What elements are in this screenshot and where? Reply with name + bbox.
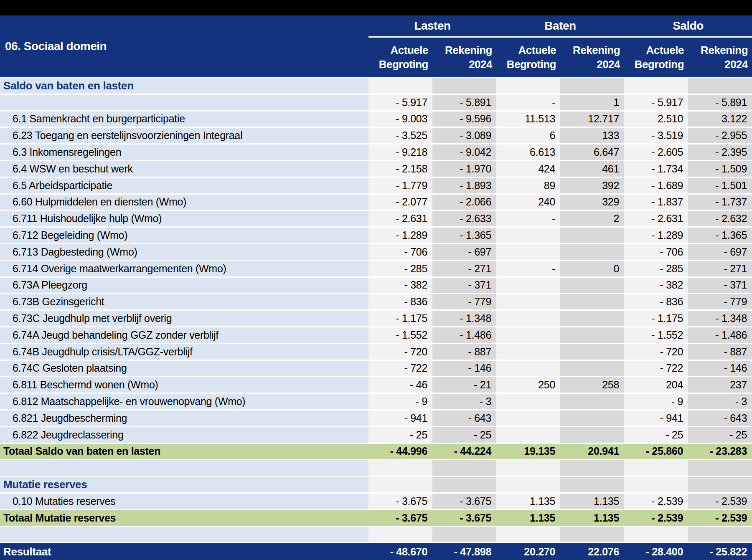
cell-baten-actuele-begroting	[496, 278, 560, 294]
cell-baten-actuele-begroting: 89	[496, 178, 560, 195]
cell-baten-actuele-begroting: 424	[496, 161, 560, 178]
cell-saldo-rekening-2024: - 2.632	[688, 211, 752, 228]
subheader-line1: Actuele	[368, 43, 428, 57]
column-group-row: 06. Sociaal domein Lasten Baten Saldo	[0, 15, 752, 38]
data-row: 6.74C Gesloten plaatsing- 722- 146- 722-…	[0, 361, 752, 378]
cell-lasten-actuele-begroting: - 722	[368, 361, 432, 378]
cell-baten-actuele-begroting	[496, 394, 560, 410]
cell-baten-rekening-2024: 6.647	[560, 144, 624, 161]
cell-saldo-rekening-2024	[688, 78, 752, 95]
cell-baten-actuele-begroting	[496, 327, 560, 344]
subheader-line1: Rekening	[560, 43, 620, 57]
cell-lasten-actuele-begroting: - 3.675	[368, 510, 432, 527]
budget-table: 06. Sociaal domein Lasten Baten Saldo Ac…	[0, 15, 752, 560]
cell-saldo-actuele-begroting: - 25	[624, 427, 688, 444]
cell-baten-rekening-2024: 329	[560, 195, 624, 211]
cell-baten-actuele-begroting: 20.270	[496, 543, 560, 560]
row-label: 6.714 Overige maatwerkarrangementen (Wmo…	[0, 261, 368, 278]
cell-saldo-rekening-2024: - 2.539	[688, 510, 752, 527]
cell-lasten-rekening-2024: - 1.970	[432, 161, 496, 178]
cell-lasten-actuele-begroting: - 3.525	[368, 128, 432, 144]
cell-baten-rekening-2024: 461	[560, 161, 624, 178]
row-label	[0, 460, 368, 477]
cell-baten-actuele-begroting: 11.513	[496, 111, 560, 128]
cell-baten-actuele-begroting	[496, 244, 560, 261]
data-row: 6.73C Jeugdhulp met verblijf overig- 1.1…	[0, 311, 752, 327]
cell-baten-actuele-begroting: 6.613	[496, 144, 560, 161]
cell-lasten-actuele-begroting: - 836	[368, 294, 432, 311]
subheader-line1: Rekening	[432, 43, 492, 57]
cell-baten-actuele-begroting: 1.135	[496, 494, 560, 510]
row-label: 6.713 Dagbesteding (Wmo)	[0, 244, 368, 261]
cell-lasten-rekening-2024: - 47.898	[432, 543, 496, 560]
cell-baten-rekening-2024	[560, 294, 624, 311]
cell-saldo-actuele-begroting: - 1.175	[624, 311, 688, 327]
data-row: 6.60 Hulpmiddelen en diensten (Wmo)- 2.0…	[0, 195, 752, 211]
table-body: Saldo van baten en lasten- 5.917- 5.891-…	[0, 78, 752, 560]
cell-saldo-actuele-begroting: - 1.837	[624, 195, 688, 211]
row-label: 6.74C Gesloten plaatsing	[0, 361, 368, 378]
cell-lasten-actuele-begroting: - 44.996	[368, 444, 432, 461]
cell-baten-rekening-2024	[560, 278, 624, 294]
cell-lasten-actuele-begroting: - 382	[368, 278, 432, 294]
cell-lasten-rekening-2024: - 3.089	[432, 128, 496, 144]
cell-baten-actuele-begroting	[496, 460, 560, 477]
data-row: 6.713 Dagbesteding (Wmo)- 706- 697- 706-…	[0, 244, 752, 261]
cell-saldo-rekening-2024: - 5.891	[688, 95, 752, 111]
section-row: Mutatie reserves	[0, 477, 752, 494]
result-row: Resultaat- 48.670- 47.89820.27022.076- 2…	[0, 543, 752, 560]
cell-baten-actuele-begroting	[496, 311, 560, 327]
cell-lasten-rekening-2024: - 2.633	[432, 211, 496, 228]
cell-saldo-actuele-begroting	[624, 78, 688, 95]
cell-lasten-rekening-2024: - 9.596	[432, 111, 496, 128]
cell-lasten-actuele-begroting: - 1.779	[368, 178, 432, 195]
cell-saldo-rekening-2024: - 3	[688, 394, 752, 410]
subheader-line2: Begroting	[496, 57, 556, 71]
subheader-baten-rekening-2024: Rekening 2024	[560, 38, 624, 78]
cell-lasten-rekening-2024: - 9.042	[432, 144, 496, 161]
subheader-line2: Begroting	[624, 57, 684, 71]
cell-lasten-actuele-begroting: - 720	[368, 344, 432, 361]
cell-saldo-actuele-begroting: 204	[624, 377, 688, 394]
cell-lasten-rekening-2024: - 1.486	[432, 327, 496, 344]
cell-lasten-actuele-begroting	[368, 460, 432, 477]
cell-lasten-rekening-2024: - 887	[432, 344, 496, 361]
row-label: 6.73A Pleegzorg	[0, 278, 368, 294]
cell-lasten-rekening-2024: - 3.675	[432, 494, 496, 510]
row-label: 6.73C Jeugdhulp met verblijf overig	[0, 311, 368, 327]
cell-baten-rekening-2024	[560, 427, 624, 444]
cell-saldo-rekening-2024: - 2.955	[688, 128, 752, 144]
cell-saldo-actuele-begroting: 2.510	[624, 111, 688, 128]
data-row: 6.73A Pleegzorg- 382- 371- 382- 371	[0, 278, 752, 294]
cell-saldo-actuele-begroting: - 5.917	[624, 95, 688, 111]
data-row: 6.23 Toegang en eerstelijnsvoorzieningen…	[0, 128, 752, 144]
row-label: Totaal Mutatie reserves	[0, 510, 368, 527]
cell-saldo-rekening-2024: 237	[688, 377, 752, 394]
cell-saldo-actuele-begroting: - 720	[624, 344, 688, 361]
data-row: 6.712 Begeleiding (Wmo)- 1.289- 1.365- 1…	[0, 228, 752, 244]
row-label: 6.74B Jeugdhulp crisis/LTA/GGZ-verblijf	[0, 344, 368, 361]
cell-baten-rekening-2024: 392	[560, 178, 624, 195]
cell-baten-actuele-begroting	[496, 78, 560, 95]
cell-lasten-rekening-2024: - 1.365	[432, 228, 496, 244]
cell-baten-rekening-2024: 20.941	[560, 444, 624, 461]
cell-baten-rekening-2024: 1	[560, 95, 624, 111]
data-row: 6.812 Maatschappelijke- en vrouwenopvang…	[0, 394, 752, 410]
cell-saldo-actuele-begroting: - 2.605	[624, 144, 688, 161]
row-label: Mutatie reserves	[0, 477, 368, 494]
cell-baten-rekening-2024: 1.135	[560, 510, 624, 527]
data-row: 6.3 Inkomensregelingen- 9.218- 9.0426.61…	[0, 144, 752, 161]
data-row: 6.74B Jeugdhulp crisis/LTA/GGZ-verblijf-…	[0, 344, 752, 361]
row-label: 6.4 WSW en beschut werk	[0, 161, 368, 178]
row-label: 6.73B Gezinsgericht	[0, 294, 368, 311]
row-label: 6.1 Samenkracht en burgerparticipatie	[0, 111, 368, 128]
cell-lasten-rekening-2024	[432, 527, 496, 544]
cell-lasten-actuele-begroting: - 5.917	[368, 95, 432, 111]
cell-baten-rekening-2024: 22.076	[560, 543, 624, 560]
data-row: - 5.917- 5.891-1- 5.917- 5.891	[0, 95, 752, 111]
subheader-line2: 2024	[688, 57, 748, 71]
data-row: 6.74A Jeugd behandeling GGZ zonder verbl…	[0, 327, 752, 344]
cell-lasten-rekening-2024: - 643	[432, 410, 496, 427]
cell-saldo-actuele-begroting: - 25.860	[624, 444, 688, 461]
page-title: 06. Sociaal domein	[0, 15, 368, 78]
